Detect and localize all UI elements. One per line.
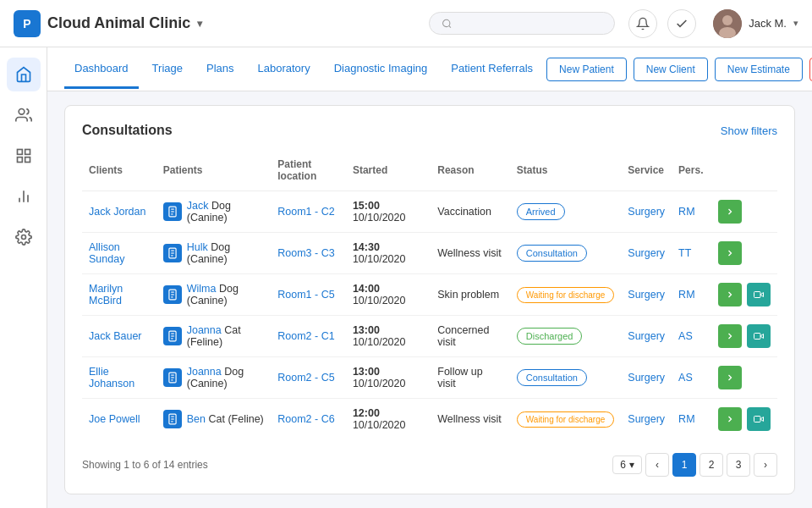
service-cell: Surgery [621, 274, 672, 316]
service-link[interactable]: Surgery [628, 247, 665, 259]
new-client-button[interactable]: New Client [634, 58, 708, 81]
patient-name-link[interactable]: Hulk [187, 241, 208, 253]
users-icon [15, 107, 32, 124]
location-link[interactable]: Room2 - C5 [277, 372, 334, 384]
table-row: Jack Bauer Joanna Cat (Feline) Room2 - C… [82, 316, 777, 357]
patient-name-link[interactable]: Wilma [187, 283, 217, 295]
service-link[interactable]: Surgery [628, 289, 665, 301]
client-link[interactable]: Joe Powell [89, 413, 140, 425]
svg-point-13 [21, 235, 25, 240]
consultations-table: Clients Patients Patient location Starte… [82, 152, 777, 439]
service-link[interactable]: Surgery [628, 330, 665, 342]
user-menu[interactable]: Jack M. ▾ [713, 9, 798, 38]
location-link[interactable]: Room1 - C2 [277, 206, 334, 218]
page-1-button[interactable]: 1 [672, 453, 696, 477]
client-cell: Joe Powell [82, 399, 156, 440]
sidebar-item-settings[interactable] [7, 220, 41, 254]
tab-dashboard[interactable]: Dashboard [64, 50, 139, 89]
patient-cell: Wilma Dog (Canine) [156, 274, 272, 316]
page-3-button[interactable]: 3 [727, 453, 750, 477]
sidebar-item-appointments[interactable] [7, 139, 41, 173]
status-badge: Discharged [517, 328, 583, 345]
discharge-button[interactable] [718, 366, 742, 389]
sidebar-item-home[interactable] [7, 58, 41, 91]
client-cell: Marilyn McBird [82, 274, 156, 316]
page-size-selector[interactable]: 6 ▾ [612, 456, 642, 474]
show-filters-button[interactable]: Show filters [721, 124, 777, 137]
location-cell: Room2 - C1 [271, 316, 346, 357]
new-estimate-button[interactable]: New Estimate [715, 58, 803, 81]
pers-link[interactable]: TT [678, 247, 691, 259]
new-patient-button[interactable]: New Patient [546, 58, 627, 81]
location-cell: Room3 - C3 [271, 233, 346, 274]
service-link[interactable]: Surgery [628, 372, 665, 384]
col-clients: Clients [82, 152, 156, 191]
pagination-controls: 6 ▾ ‹ 1 2 3 › [612, 453, 777, 477]
gear-icon [15, 229, 32, 246]
actions-cell [710, 191, 777, 233]
tab-triage[interactable]: Triage [142, 50, 193, 89]
discharge-button[interactable] [718, 241, 742, 265]
search-input[interactable] [459, 17, 603, 30]
location-link[interactable]: Room2 - C1 [277, 330, 334, 342]
patient-cell: Hulk Dog (Canine) [156, 233, 272, 274]
discharge-button[interactable] [718, 407, 742, 431]
notifications-button[interactable] [628, 9, 657, 38]
client-link[interactable]: Jack Bauer [89, 330, 142, 342]
patient-name-link[interactable]: Jack [187, 200, 209, 212]
checkmark-button[interactable] [667, 9, 696, 38]
col-started: Started [346, 152, 431, 191]
camera-button[interactable] [747, 407, 771, 431]
brand-caret-icon[interactable]: ▾ [197, 18, 202, 30]
camera-button[interactable] [747, 324, 771, 348]
tab-patient-referrals[interactable]: Patient Referrals [441, 50, 543, 89]
client-link[interactable]: Allison Sunday [89, 241, 124, 265]
pers-link[interactable]: RM [678, 206, 694, 218]
camera-button[interactable] [747, 283, 771, 306]
location-link[interactable]: Room1 - C5 [277, 289, 334, 301]
next-page-button[interactable]: › [754, 453, 777, 477]
client-cell: Jack Bauer [82, 316, 156, 357]
bar-chart-icon [15, 188, 32, 205]
tab-diagnostic-imaging[interactable]: Diagnostic Imaging [324, 50, 438, 89]
started-cell: 12:00 10/10/2020 [346, 399, 431, 440]
client-link[interactable]: Jack Jordan [89, 206, 145, 218]
tab-laboratory[interactable]: Laboratory [248, 50, 321, 89]
discharge-button[interactable] [718, 200, 742, 224]
reason-cell: Skin problem [431, 274, 510, 316]
prev-page-button[interactable]: ‹ [645, 453, 669, 477]
table-row: Joe Powell Ben Cat (Feline) Room2 - C6 1… [82, 399, 777, 440]
reason-cell: Wellness visit [431, 233, 510, 274]
search-icon [442, 18, 452, 30]
actions-cell [710, 399, 777, 440]
sidebar-item-reports[interactable] [7, 179, 41, 213]
discharge-button[interactable] [718, 324, 742, 348]
pers-link[interactable]: RM [678, 413, 694, 425]
patient-record-icon [163, 244, 182, 262]
patient-name-link[interactable]: Joanna [187, 366, 222, 378]
client-link[interactable]: Marilyn McBird [89, 283, 123, 306]
service-link[interactable]: Surgery [628, 413, 665, 425]
grid-icon [15, 147, 32, 164]
client-link[interactable]: Ellie Johanson [89, 366, 134, 389]
pers-link[interactable]: AS [678, 330, 693, 342]
started-cell: 13:00 10/10/2020 [346, 357, 431, 399]
actions-cell [710, 357, 777, 399]
location-link[interactable]: Room2 - C6 [277, 413, 334, 425]
tab-plans[interactable]: Plans [196, 50, 244, 89]
svg-point-5 [19, 109, 25, 115]
table-body: Jack Jordan Jack Dog (Canine) Room1 - C2… [82, 191, 777, 440]
page-2-button[interactable]: 2 [700, 453, 723, 477]
location-link[interactable]: Room3 - C3 [277, 247, 334, 259]
service-link[interactable]: Surgery [628, 206, 665, 218]
patient-name-link[interactable]: Joanna [187, 324, 222, 336]
sidebar-item-clients[interactable] [7, 98, 41, 132]
table-header: Clients Patients Patient location Starte… [82, 152, 777, 191]
pers-link[interactable]: RM [678, 289, 694, 301]
pers-link[interactable]: AS [678, 372, 693, 384]
patient-cell: Joanna Dog (Canine) [156, 357, 272, 399]
status-badge: Waiting for discharge [517, 287, 615, 303]
patient-name-link[interactable]: Ben [187, 413, 206, 425]
actions-cell [710, 274, 777, 316]
discharge-button[interactable] [718, 283, 742, 306]
